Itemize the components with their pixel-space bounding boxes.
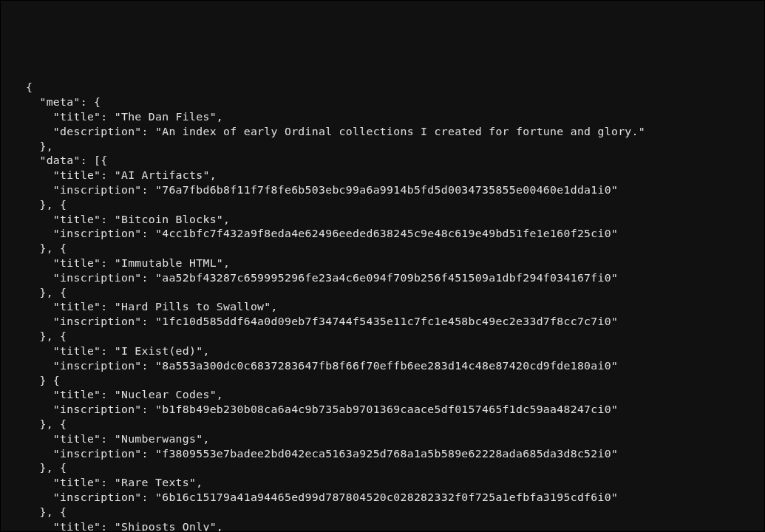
data-item-inscription: 76a7fbd6b8f11f7f8fe6b503ebc99a6a9914b5fd… <box>162 183 611 196</box>
data-item-title: AI Artifacts <box>121 168 203 181</box>
item-closer: , { <box>47 242 67 254</box>
data-item-inscription: b1f8b49eb230b08ca6a4c9b735ab9701369caace… <box>162 403 611 415</box>
data-item-title: Immutable HTML <box>121 256 217 269</box>
item-closer: , { <box>47 330 67 342</box>
data-item-inscription: aa52bf43287c659995296fe23a4c6e094f709b25… <box>162 271 611 284</box>
item-closer: , { <box>47 505 67 518</box>
data-item-title: Bitcoin Blocks <box>121 213 217 225</box>
data-item-title: Nuclear Codes <box>121 388 210 400</box>
item-closer: , { <box>47 461 67 474</box>
data-item-inscription: 6b16c15179a41a94465ed99d787804520c028282… <box>162 491 611 503</box>
brace-open: { <box>26 81 33 93</box>
data-item-title: Shiposts Only <box>121 520 210 532</box>
item-closer: , { <box>47 286 67 299</box>
json-code-block: { "meta": { "title": "The Dan Files", "d… <box>26 80 739 532</box>
data-item-inscription: 1fc10d585ddf64a0d09eb7f34744f5435e11c7fc… <box>162 315 611 327</box>
data-item-inscription: f3809553e7badee2bd042eca5163a925d768a1a5… <box>162 447 611 460</box>
item-closer: , { <box>47 417 67 430</box>
data-item-inscription: 4cc1bfc7f432a9f8eda4e62496eeded638245c9e… <box>162 227 611 239</box>
data-item-title: Numberwangs <box>121 432 196 445</box>
meta-title: The Dan Files <box>121 110 210 123</box>
data-item-inscription: 8a553a300dc0c6837283647fb8f66f70effb6ee2… <box>162 359 611 372</box>
item-closer: { <box>47 374 60 386</box>
meta-description: An index of early Ordinal collections I … <box>162 125 639 137</box>
item-closer: , { <box>47 198 67 211</box>
data-item-title: Hard Pills to Swallow <box>121 300 264 313</box>
data-item-title: Rare Texts <box>121 476 189 488</box>
data-item-title: I Exist(ed) <box>121 344 196 357</box>
